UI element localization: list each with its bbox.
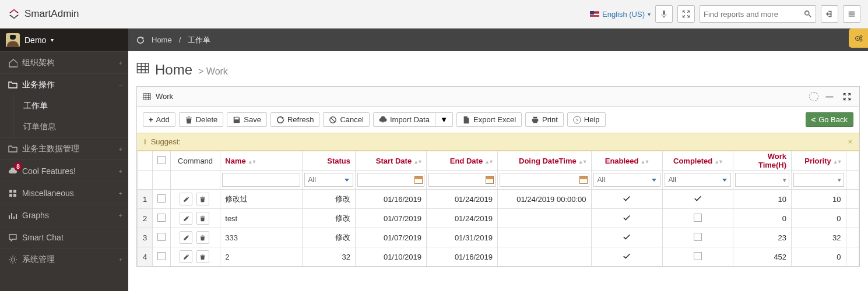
col-worktime[interactable]: Work Time(H) [733, 151, 792, 171]
mic-icon [660, 10, 668, 18]
filter-end[interactable] [428, 173, 496, 187]
collapse-button[interactable]: — [823, 90, 836, 103]
sidebar-item[interactable]: Smart Chat [0, 226, 128, 248]
work-grid: Command Name▲▼ Status Start Date▲▼ End D… [137, 151, 859, 267]
refresh-button[interactable]: Refresh [270, 112, 320, 127]
language-selector[interactable]: English (US) ▾ [590, 10, 651, 19]
fullscreen-widget-button[interactable] [841, 90, 853, 103]
svg-point-8 [860, 36, 862, 38]
avatar [6, 33, 20, 47]
filter-status[interactable]: All [304, 173, 353, 187]
row-checkbox[interactable] [157, 214, 166, 222]
import-button[interactable]: Import Data [373, 112, 435, 127]
toolbar: +Add Delete Save Refresh Cancel Import D… [137, 107, 859, 133]
svg-rect-2 [13, 190, 16, 193]
col-start[interactable]: Start Date▲▼ [356, 151, 427, 171]
breadcrumb-home[interactable]: Home [152, 36, 172, 44]
trash-icon [199, 254, 206, 260]
user-menu[interactable]: Demo ▾ [0, 29, 128, 51]
sidebar-item[interactable]: 8Cool Features! [0, 159, 128, 182]
svg-rect-10 [137, 63, 148, 73]
add-button[interactable]: +Add [143, 112, 175, 127]
cancel-button[interactable]: Cancel [323, 112, 369, 127]
fullscreen-button[interactable] [677, 5, 695, 23]
svg-point-0 [805, 11, 809, 15]
svg-point-7 [857, 38, 858, 39]
select-all-checkbox[interactable] [157, 156, 166, 164]
col-name[interactable]: Name▲▼ [220, 151, 302, 171]
save-button[interactable]: Save [227, 112, 267, 127]
goback-button[interactable]: <Go Back [806, 112, 853, 127]
col-completed[interactable]: Completed▲▼ [662, 151, 733, 171]
sidebar-item-label: 系统管理 [22, 254, 55, 265]
help-button[interactable]: ?Help [567, 112, 606, 127]
sidebar-item[interactable]: 业务操作 [0, 73, 128, 95]
settings-drawer-button[interactable] [849, 29, 868, 48]
delete-row-button[interactable] [196, 250, 209, 263]
edit-row-button[interactable] [180, 212, 192, 225]
pencil-icon [183, 215, 189, 222]
table-row: 3 333 修改 01/07/2019 01/31/2019 23 32 [138, 228, 859, 247]
print-icon [531, 116, 539, 124]
delete-row-button[interactable] [196, 193, 209, 205]
brand-icon [8, 8, 20, 20]
filter-enabled[interactable]: All [593, 173, 660, 187]
sidebar-item-label: 业务主数据管理 [22, 144, 79, 154]
save-icon [233, 116, 241, 124]
table-row: 4 2 32 01/10/2019 01/16/2019 452 0 [138, 247, 859, 267]
col-enabled[interactable]: Enableed▲▼ [591, 151, 662, 171]
col-status[interactable]: Status [302, 151, 355, 171]
menu-button[interactable] [843, 5, 860, 23]
delete-button[interactable]: Delete [179, 112, 224, 127]
search-input[interactable] [704, 10, 804, 19]
refresh-icon[interactable] [136, 36, 145, 44]
sidebar-item[interactable]: 系统管理 [0, 248, 128, 270]
brand-logo[interactable]: SmartAdmin [8, 8, 79, 20]
table-row: 1 修改过 修改 01/16/2019 01/24/2019 01/24/201… [138, 190, 859, 209]
refresh-icon [276, 116, 284, 124]
col-end[interactable]: End Date▲▼ [426, 151, 497, 171]
loading-indicator [809, 92, 818, 101]
print-button[interactable]: Print [525, 112, 564, 127]
voice-button[interactable] [655, 5, 673, 23]
filter-name[interactable] [222, 173, 300, 187]
chevron-down-icon [652, 179, 656, 182]
row-checkbox[interactable] [157, 252, 166, 260]
filter-completed[interactable]: All [665, 173, 732, 187]
cogs-icon [854, 34, 863, 43]
sidebar-item[interactable]: 业务主数据管理 [0, 137, 128, 159]
row-checkbox[interactable] [157, 194, 166, 203]
sidebar-item-label: 业务操作 [22, 80, 55, 90]
pencil-icon [183, 235, 189, 241]
trash-icon [199, 235, 206, 241]
import-caret[interactable]: ▼ [435, 112, 453, 127]
svg-rect-4 [13, 194, 16, 197]
delete-row-button[interactable] [196, 231, 209, 244]
row-checkbox[interactable] [157, 233, 166, 241]
export-button[interactable]: Export Excel [456, 112, 522, 127]
close-suggest-button[interactable]: × [848, 137, 852, 146]
sidebar-item[interactable]: 组织架构 [0, 51, 128, 73]
delete-row-button[interactable] [196, 212, 209, 225]
svg-rect-1 [9, 190, 12, 193]
filter-priority[interactable]: ▾ [793, 173, 844, 187]
sidebar-item[interactable]: Miscellaneous [0, 182, 128, 204]
filter-doing[interactable] [500, 173, 589, 187]
table-row: 2 test 修改 01/07/2019 01/24/2019 0 0 [138, 209, 859, 228]
svg-point-5 [11, 258, 15, 261]
logout-button[interactable] [821, 5, 838, 23]
sidebar-subitem[interactable]: 订单信息 [0, 116, 128, 137]
edit-row-button[interactable] [180, 231, 192, 244]
chevron-down-icon: ▾ [51, 37, 54, 43]
edit-row-button[interactable] [180, 250, 192, 263]
win-icon [8, 189, 22, 198]
sidebar-item[interactable]: Graphs [0, 204, 128, 226]
filter-start[interactable] [357, 173, 424, 187]
col-doing[interactable]: Doing DateTime▲▼ [497, 151, 591, 171]
sidebar-subitem[interactable]: 工作单 [0, 95, 128, 116]
filter-worktime[interactable]: ▾ [735, 173, 789, 187]
col-priority[interactable]: Priority▲▼ [792, 151, 846, 171]
edit-row-button[interactable] [180, 193, 192, 205]
sidebar-item-label: Cool Features! [22, 166, 76, 176]
search-box[interactable] [700, 5, 816, 23]
